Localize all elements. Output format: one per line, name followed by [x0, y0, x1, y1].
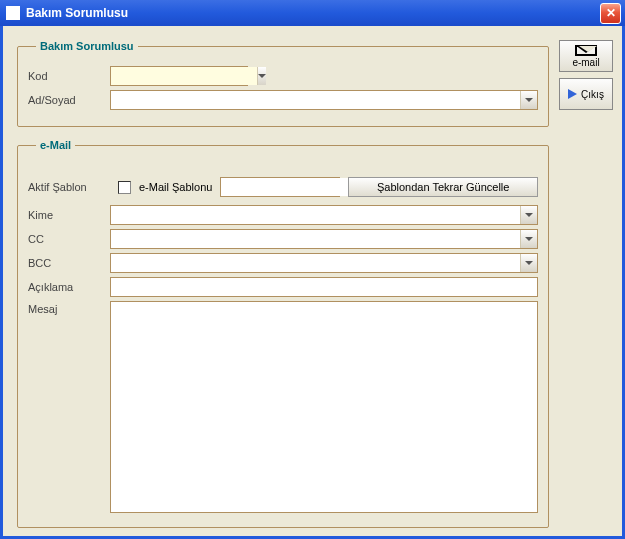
bcc-combo[interactable] [110, 253, 538, 273]
label-email-sablonu: e-Mail Şablonu [139, 181, 212, 193]
exit-arrow-icon [568, 89, 577, 99]
window-title: Bakım Sorumlusu [26, 6, 600, 20]
side-column: e-mail Çıkış [559, 40, 614, 528]
label-adsoyad: Ad/Soyad [28, 94, 110, 106]
close-button[interactable]: ✕ [600, 3, 621, 24]
adsoyad-input[interactable] [111, 91, 520, 109]
row-cc: CC [28, 229, 538, 249]
row-kod: Kod [28, 66, 538, 86]
kod-combo[interactable] [110, 66, 248, 86]
close-icon: ✕ [606, 6, 616, 20]
refresh-from-template-button[interactable]: Şablondan Tekrar Güncelle [348, 177, 538, 197]
chevron-down-icon [525, 261, 533, 265]
mesaj-textarea[interactable] [110, 301, 538, 513]
titlebar: Bakım Sorumlusu ✕ [0, 0, 625, 26]
group-bakim-legend: Bakım Sorumlusu [36, 40, 138, 52]
exit-button[interactable]: Çıkış [559, 78, 613, 110]
label-aciklama: Açıklama [28, 281, 110, 293]
bcc-input[interactable] [111, 254, 520, 272]
bcc-dropdown-button[interactable] [520, 254, 537, 272]
email-button[interactable]: e-mail [559, 40, 613, 72]
window-icon [6, 6, 20, 20]
chevron-down-icon [525, 237, 533, 241]
row-mesaj: Mesaj [28, 301, 538, 513]
row-adsoyad: Ad/Soyad [28, 90, 538, 110]
email-button-label: e-mail [572, 57, 599, 68]
chevron-down-icon [525, 98, 533, 102]
cc-dropdown-button[interactable] [520, 230, 537, 248]
label-mesaj: Mesaj [28, 301, 110, 513]
cc-combo[interactable] [110, 229, 538, 249]
cc-input[interactable] [111, 230, 520, 248]
kime-dropdown-button[interactable] [520, 206, 537, 224]
group-bakim-sorumlusu: Bakım Sorumlusu Kod Ad/Soyad [17, 40, 549, 127]
chevron-down-icon [525, 213, 533, 217]
kime-input[interactable] [111, 206, 520, 224]
sablon-input[interactable] [221, 178, 367, 196]
aktif-sablon-checkbox[interactable] [118, 181, 131, 194]
sablon-combo[interactable] [220, 177, 340, 197]
main-column: Bakım Sorumlusu Kod Ad/Soyad [17, 40, 549, 528]
row-kime: Kime [28, 205, 538, 225]
window-body: Bakım Sorumlusu Kod Ad/Soyad [0, 26, 625, 539]
group-email: e-Mail Aktif Şablon e-Mail Şablonu Şablo… [17, 139, 549, 528]
exit-button-label: Çıkış [581, 89, 604, 100]
kime-combo[interactable] [110, 205, 538, 225]
adsoyad-dropdown-button[interactable] [520, 91, 537, 109]
label-cc: CC [28, 233, 110, 245]
chevron-down-icon [258, 74, 266, 78]
envelope-icon [575, 45, 597, 56]
kod-dropdown-button[interactable] [257, 67, 266, 85]
kod-input[interactable] [111, 67, 257, 85]
aciklama-input[interactable] [110, 277, 538, 297]
label-kime: Kime [28, 209, 110, 221]
adsoyad-combo[interactable] [110, 90, 538, 110]
label-bcc: BCC [28, 257, 110, 269]
row-aciklama: Açıklama [28, 277, 538, 297]
row-bcc: BCC [28, 253, 538, 273]
row-aktif-sablon: Aktif Şablon e-Mail Şablonu Şablondan Te… [28, 177, 538, 197]
label-kod: Kod [28, 70, 110, 82]
label-aktif-sablon: Aktif Şablon [28, 181, 110, 193]
group-email-legend: e-Mail [36, 139, 75, 151]
